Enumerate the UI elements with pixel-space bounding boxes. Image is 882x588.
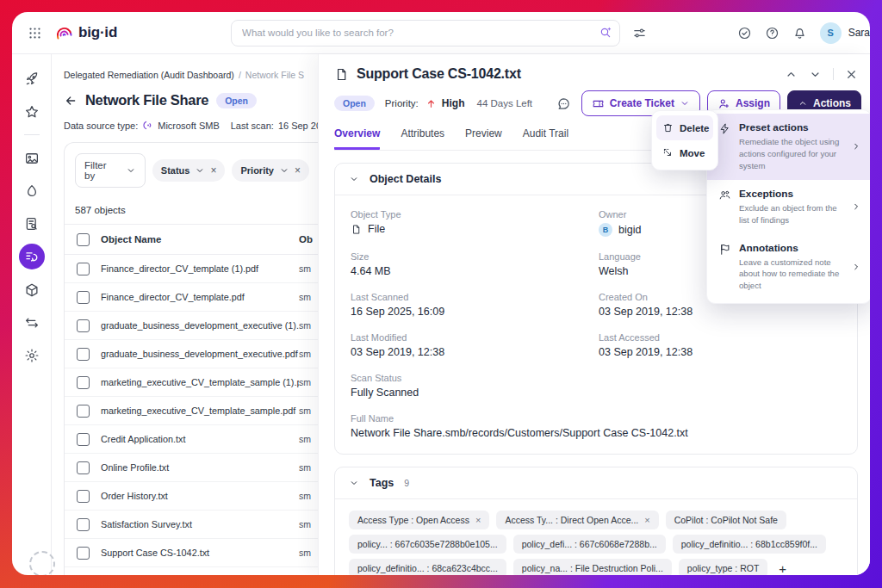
object-name-cell[interactable]: Order History.txt [101, 491, 299, 501]
sidebar-item-star[interactable] [17, 97, 46, 126]
tag-chip[interactable]: policy_type : ROT [679, 559, 767, 575]
tag-chip[interactable]: CoPilot : CoPilot Not Safe [666, 511, 786, 529]
table-row[interactable]: Finance_director_CV_template (1).pdfsm [65, 255, 318, 283]
next-object-icon[interactable] [809, 68, 822, 81]
previous-object-icon[interactable] [785, 68, 798, 81]
tag-chip[interactable]: policy_definitio... : 68b1cc859f0f... [673, 535, 826, 554]
tab-audit-trail[interactable]: Audit Trail [523, 127, 568, 150]
sidebar-item-transfer[interactable] [17, 308, 46, 337]
object-name-cell[interactable]: Satisfaction Survey.txt [101, 519, 299, 529]
tag-chip[interactable]: policy_definitio... : 68ca623c4bcc... [349, 559, 506, 575]
row-checkbox[interactable] [77, 575, 90, 576]
object-name-cell[interactable]: graduate_business_development_executive.… [101, 349, 299, 359]
remove-tag-icon[interactable]: × [644, 517, 649, 524]
tag-chip[interactable]: policy_defi... : 667c6068e7288b... [513, 535, 666, 554]
row-checkbox[interactable] [77, 263, 90, 275]
object-name-cell[interactable]: Online Profile.txt [101, 462, 299, 473]
tab-preview[interactable]: Preview [465, 127, 502, 150]
breadcrumb-item[interactable]: Network File S [245, 70, 304, 80]
row-checkbox[interactable] [77, 405, 90, 418]
menu-item-exceptions[interactable]: ExceptionsExclude an object from the lis… [707, 180, 870, 234]
collapse-icon[interactable] [349, 478, 359, 488]
notifications-icon[interactable] [792, 26, 807, 40]
sidebar-item-image[interactable] [17, 144, 46, 172]
row-checkbox[interactable] [77, 490, 90, 503]
ai-search-icon[interactable] [599, 26, 612, 40]
object-name-cell[interactable]: marketing_executive_CV_template_sample (… [101, 377, 299, 387]
last-scan-label: Last scan: [231, 121, 274, 131]
object-name-cell[interactable]: Credit Application.txt [101, 434, 299, 444]
tab-overview[interactable]: Overview [334, 127, 380, 150]
search-input[interactable] [231, 20, 620, 46]
object-name-cell[interactable]: marketing_executive_CV_template_sample.p… [101, 405, 299, 416]
row-checkbox[interactable] [77, 547, 90, 560]
sidebar-item-report[interactable] [17, 209, 46, 238]
table-row[interactable]: Support Case CS-3669.txtsm [65, 567, 318, 575]
object-name-cell[interactable]: graduate_business_development_executive … [101, 320, 299, 331]
row-checkbox[interactable] [77, 291, 90, 304]
table-row[interactable]: Support Case CS-1042.txtsm [65, 539, 318, 567]
bigid-logo[interactable]: big·id [54, 23, 117, 42]
object-name-cell[interactable]: Finance_director_CV_template (1).pdf [101, 263, 299, 274]
filter-by-dropdown[interactable]: Filter by [75, 153, 146, 188]
column-2-header[interactable]: Ob [299, 234, 318, 244]
table-row[interactable]: Satisfaction Survey.txtsm [65, 511, 318, 539]
menu-item-annotations[interactable]: AnnotationsLeave a customized note about… [707, 234, 870, 300]
object-name-cell[interactable]: Support Case CS-1042.txt [101, 548, 299, 558]
add-tag-button[interactable]: + [774, 560, 791, 576]
menu-item-delete[interactable]: Delete [656, 115, 713, 140]
detail-title: Support Case CS-1042.txt [357, 66, 521, 82]
user-avatar[interactable]: S [820, 22, 842, 44]
table-row[interactable]: marketing_executive_CV_template_sample.p… [65, 397, 318, 425]
row-checkbox[interactable] [77, 348, 90, 361]
remove-tag-icon[interactable]: × [475, 517, 481, 524]
object-name-cell[interactable]: Finance_director_CV_template.pdf [101, 292, 299, 302]
sidebar-item-remediation[interactable] [19, 244, 45, 269]
table-row[interactable]: Order History.txtsm [65, 482, 318, 511]
row-checkbox[interactable] [77, 433, 90, 446]
collapse-icon[interactable] [349, 174, 359, 184]
sidebar-item-rocket[interactable] [17, 65, 46, 93]
table-row[interactable]: Credit Application.txtsm [65, 425, 318, 454]
select-all-checkbox[interactable] [77, 233, 90, 246]
table-row[interactable]: graduate_business_development_executive.… [65, 340, 318, 368]
tag-chip[interactable]: policy_na... : File Destruction Poli... [513, 559, 672, 575]
menu-item-move[interactable]: Move [656, 140, 713, 165]
table-row[interactable]: Finance_director_CV_template.pdfsm [65, 283, 318, 312]
close-icon[interactable] [845, 68, 858, 81]
row-checkbox[interactable] [77, 461, 90, 474]
breadcrumb-item[interactable]: Delegated Remediation (Audit Dashboard) [64, 70, 234, 80]
left-nav [12, 54, 52, 575]
filter-chip-priority[interactable]: Priority× [232, 159, 309, 182]
app-launcher-icon[interactable] [28, 26, 42, 40]
column-object-name[interactable]: Object Name [101, 234, 299, 244]
sidebar-item-settings[interactable] [17, 341, 46, 369]
sidebar-item-cube[interactable] [17, 275, 46, 304]
user-name[interactable]: Sara [848, 27, 870, 39]
row-checkbox[interactable] [77, 319, 90, 332]
menu-item-preset-actions[interactable]: Preset actionsRemediate the object using… [707, 114, 870, 180]
table-row[interactable]: marketing_executive_CV_template_sample (… [65, 368, 318, 397]
filter-chip-status[interactable]: Status× [152, 159, 226, 182]
tag-chip[interactable]: Access Type : Open Access× [349, 511, 489, 529]
remove-filter-icon[interactable]: × [210, 166, 216, 175]
search-filters-icon[interactable] [632, 26, 647, 40]
tab-attributes[interactable]: Attributes [401, 127, 444, 150]
field-value-text: Welsh [599, 265, 629, 277]
sidebar-item-droplet[interactable] [17, 176, 46, 205]
comment-icon[interactable] [556, 96, 571, 111]
tag-chip[interactable]: policy... : 667c6035e7288b0e105... [349, 535, 506, 554]
remove-filter-icon[interactable]: × [295, 166, 301, 175]
field-value: Fully Scanned [351, 387, 585, 399]
tags-header[interactable]: Tags 9 [335, 467, 857, 499]
field-value-text: 16 Sep 2025, 16:09 [351, 306, 444, 318]
row-checkbox[interactable] [77, 518, 90, 531]
help-icon[interactable] [765, 26, 780, 40]
topbar-actions: S Sara [725, 22, 870, 44]
tag-chip[interactable]: Access Ty... : Direct Open Acce...× [496, 511, 658, 529]
tasks-icon[interactable] [737, 26, 752, 40]
back-arrow-icon[interactable] [64, 94, 78, 108]
table-row[interactable]: graduate_business_development_executive … [65, 312, 318, 340]
table-row[interactable]: Online Profile.txtsm [65, 454, 318, 482]
row-checkbox[interactable] [77, 376, 90, 389]
